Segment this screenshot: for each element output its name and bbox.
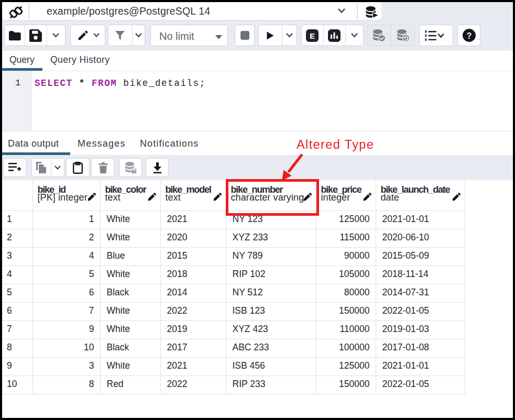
svg-text:E: E [310,31,315,40]
svg-text:?: ? [466,31,472,40]
